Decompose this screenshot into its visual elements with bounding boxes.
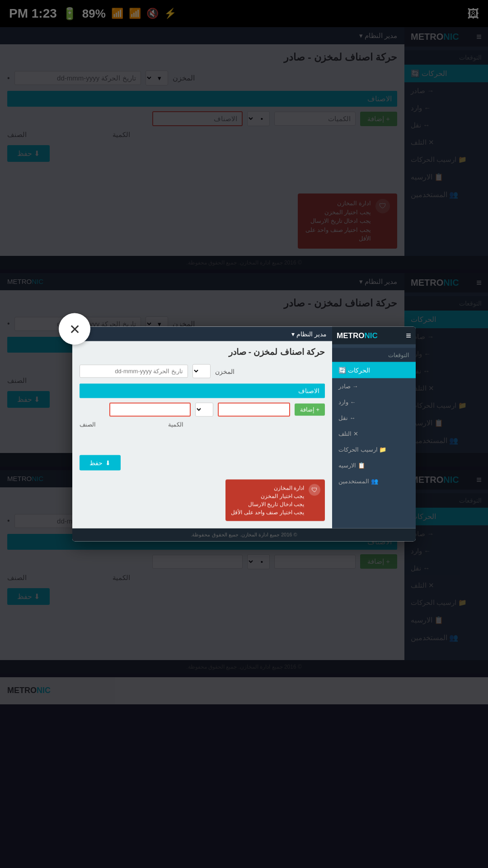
modal-sidebar-movements[interactable]: الحركات 🔄: [332, 362, 416, 378]
modal-product-col: الصنف: [80, 421, 96, 428]
modal-class-select[interactable]: •: [195, 403, 213, 417]
modal-user-nav: مدير النظام ▾: [291, 330, 327, 338]
modal-sidebar-transfer[interactable]: ↔ نقل: [332, 410, 416, 426]
modal-error-text: ادارة المخازنيجب اختيار المخزنيجب ادخال …: [231, 484, 304, 517]
modal-inner: ≡ METRONIC التوقعات الحركات 🔄 → صادر ← و…: [72, 327, 416, 542]
modal-page-title: حركة اصناف لمخزن - صادر: [80, 347, 325, 357]
modal-qty-col: الكمية: [168, 421, 183, 428]
modal-date-input[interactable]: [80, 365, 188, 378]
modal-hamburger[interactable]: ≡: [406, 330, 411, 341]
close-icon: ✕: [69, 321, 80, 337]
modal-sidebar-section: التوقعات: [332, 348, 416, 362]
modal-warehouse-label: المخزن: [215, 368, 235, 375]
modal-sidebar-incoming[interactable]: ← وارد: [332, 394, 416, 410]
modal-add-btn[interactable]: + إضافة: [295, 404, 325, 416]
modal-container: ✕ ≡ METRONIC التوقعات الحركات 🔄 → صادر ←…: [72, 327, 416, 542]
modal-sidebar-archive-movements[interactable]: 📁 ارسيب الحركات: [332, 442, 416, 458]
modal-save-btn[interactable]: ⬇ حفظ: [80, 455, 121, 471]
modal-sidebar-archive[interactable]: 📋 الارسيه: [332, 458, 416, 473]
modal-section-bar: الاصناف: [80, 384, 325, 398]
modal-sidebar-users[interactable]: 👥 المستخدمين: [332, 473, 416, 489]
modal-quantity-input[interactable]: [218, 403, 290, 417]
modal-close-button[interactable]: ✕: [59, 313, 90, 345]
modal-warehouse-select[interactable]: •: [192, 364, 211, 378]
modal-sidebar: ≡ METRONIC التوقعات الحركات 🔄 → صادر ← و…: [332, 327, 416, 528]
modal-logo: METRONIC: [337, 331, 378, 340]
modal-footer: © 2016 جميع ادارة المخازن. جميع الحقوق م…: [72, 528, 416, 542]
modal-sidebar-outgoing[interactable]: → صادر: [332, 378, 416, 394]
modal-main-content: مدير النظام ▾ حركة اصناف لمخزن - صادر ال…: [72, 327, 332, 528]
modal-class-input[interactable]: [109, 403, 191, 417]
modal-error-panel: 🛡 ادارة المخازنيجب اختيار المخزنيجب ادخا…: [225, 480, 325, 521]
modal-shield-icon: 🛡: [309, 484, 320, 496]
modal-sidebar-damage[interactable]: ✕ التلف: [332, 426, 416, 442]
